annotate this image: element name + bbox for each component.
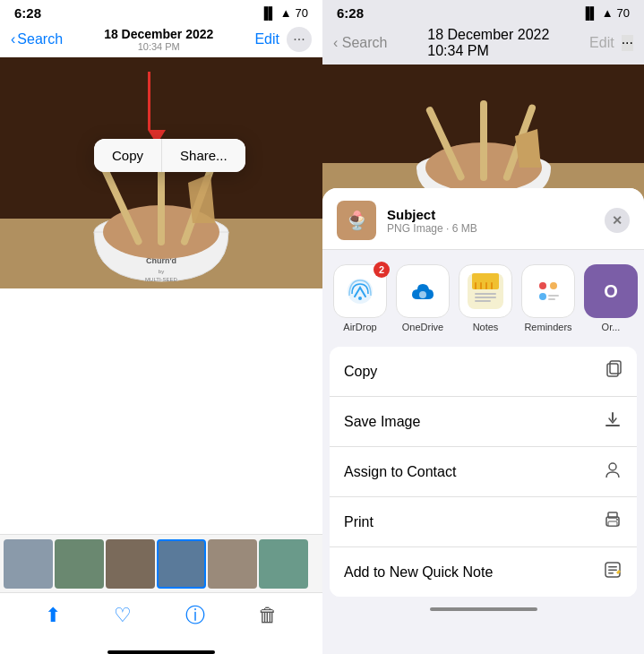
right-panel: 6:28 ▐▌ ▲ 70 ‹ Search 18 December 2022 1… (322, 0, 644, 654)
signal-icon: ▐▌ (260, 6, 276, 20)
share-close-button[interactable]: ✕ (605, 208, 630, 233)
left-status-icons: ▐▌ ▲ 70 (260, 6, 308, 20)
svg-point-33 (539, 293, 546, 300)
left-search-label: Search (17, 31, 63, 47)
share-menu-item[interactable]: Share... (162, 139, 245, 172)
right-chevron-icon: ‹ (333, 35, 338, 50)
quick-note-icon (603, 560, 623, 580)
svg-rect-23 (475, 293, 496, 295)
svg-point-40 (609, 463, 616, 470)
context-menu: Copy Share... (94, 139, 245, 172)
onedrive-icon-circle (396, 264, 450, 318)
other-item[interactable]: O Or... (584, 264, 638, 332)
share-thumb: 🍨 (337, 201, 376, 240)
thumb-2[interactable] (55, 539, 104, 589)
left-title-date: 18 December 2022 (104, 27, 213, 41)
notes-item[interactable]: Notes (459, 264, 512, 332)
other-label: Or... (602, 322, 621, 332)
svg-rect-24 (475, 297, 496, 298)
chevron-left-icon: ‹ (11, 31, 15, 47)
thumb-3[interactable] (106, 539, 155, 589)
thumb-1[interactable] (4, 539, 53, 589)
airdrop-icon-circle: 2 (333, 264, 387, 318)
quick-note-action[interactable]: Add to New Quick Note (330, 547, 637, 597)
bottom-spacer (322, 597, 644, 607)
airdrop-label: AirDrop (343, 322, 376, 332)
svg-point-20 (358, 297, 362, 300)
svg-rect-34 (548, 295, 559, 297)
svg-rect-46 (608, 566, 617, 568)
right-status-bar: 6:28 ▐▌ ▲ 70 (322, 0, 644, 25)
reminders-icon-circle (521, 264, 575, 318)
other-icon: O (604, 281, 618, 302)
notes-label: Notes (473, 322, 499, 332)
favorite-button[interactable]: ♡ (114, 604, 132, 627)
quick-note-label: Add to New Quick Note (344, 564, 493, 581)
assign-contact-label: Assign to Contact (344, 464, 456, 480)
thumb-5[interactable] (208, 539, 257, 589)
wifi-icon: ▲ (280, 6, 292, 20)
right-photo-svg (322, 65, 644, 208)
assign-contact-action[interactable]: Assign to Contact (330, 447, 637, 497)
right-signal-icon: ▐▌ (581, 6, 597, 20)
thumb-6[interactable] (259, 539, 308, 589)
svg-point-32 (550, 282, 557, 289)
svg-rect-38 (605, 425, 620, 426)
svg-rect-35 (548, 298, 555, 300)
svg-rect-27 (480, 282, 482, 289)
copy-menu-item[interactable]: Copy (94, 139, 162, 172)
share-sheet: 🍨 Subject PNG Image · 6 MB ✕ 2 (322, 188, 644, 654)
left-back-button[interactable]: ‹ Search (11, 31, 63, 47)
copy-action[interactable]: Copy (330, 347, 637, 397)
battery-icon: 70 (296, 6, 308, 20)
svg-rect-25 (475, 300, 491, 302)
right-more-button[interactable]: ··· (622, 35, 633, 51)
right-back-button[interactable]: ‹ Search (333, 35, 387, 51)
left-status-bar: 6:28 ▐▌ ▲ 70 (0, 0, 322, 25)
svg-text:MULTI-SEED: MULTI-SEED (145, 277, 178, 282)
left-title-block: 18 December 2022 10:34 PM (104, 27, 213, 52)
svg-rect-29 (491, 282, 493, 289)
airdrop-icon (344, 275, 376, 307)
left-more-button[interactable]: ··· (287, 27, 312, 52)
photo-svg: Churn'd by MULTI-SEED (0, 57, 322, 288)
left-time: 6:28 (14, 5, 41, 21)
download-icon (603, 409, 623, 429)
svg-point-31 (539, 282, 546, 289)
left-panel: 6:28 ▐▌ ▲ 70 ‹ Search 18 December 2022 1… (0, 0, 322, 654)
left-nav-bar: ‹ Search 18 December 2022 10:34 PM Edit … (0, 25, 322, 57)
left-bottom-toolbar: ⬆ ♡ ⓘ 🗑 (0, 592, 322, 647)
svg-rect-26 (475, 282, 477, 289)
print-label: Print (344, 514, 374, 530)
info-button[interactable]: ⓘ (185, 602, 205, 629)
save-image-icon (603, 409, 623, 434)
svg-rect-47 (608, 570, 617, 572)
assign-contact-icon (603, 460, 623, 484)
contact-icon (603, 460, 623, 479)
svg-rect-43 (608, 521, 617, 526)
print-icon (603, 510, 623, 534)
thumb-4[interactable] (157, 539, 206, 589)
share-subtitle: PNG Image · 6 MB (387, 222, 594, 235)
share-title: Subject (387, 207, 594, 222)
left-main-photo: Churn'd by MULTI-SEED (0, 57, 322, 288)
svg-marker-10 (188, 174, 215, 223)
left-edit-button[interactable]: Edit (254, 31, 279, 47)
share-button[interactable]: ⬆ (45, 604, 61, 627)
left-title-time: 10:34 PM (104, 41, 213, 52)
notes-icon (468, 273, 503, 309)
onedrive-item[interactable]: OneDrive (396, 264, 450, 332)
airdrop-item[interactable]: 2 AirDrop (333, 264, 387, 332)
reminders-icon (532, 275, 564, 307)
onedrive-icon (407, 275, 439, 307)
delete-button[interactable]: 🗑 (258, 604, 278, 627)
reminders-item[interactable]: Reminders (521, 264, 575, 332)
print-action[interactable]: Print (330, 497, 637, 547)
other-icon-circle: O (584, 264, 638, 318)
right-edit-button: Edit (589, 35, 614, 51)
copy-action-label: Copy (344, 364, 377, 380)
copy-icon (603, 359, 623, 379)
save-image-action[interactable]: Save Image (330, 397, 637, 447)
app-icons-row: 2 AirDrop (322, 250, 644, 340)
share-header: 🍨 Subject PNG Image · 6 MB ✕ (322, 188, 644, 250)
